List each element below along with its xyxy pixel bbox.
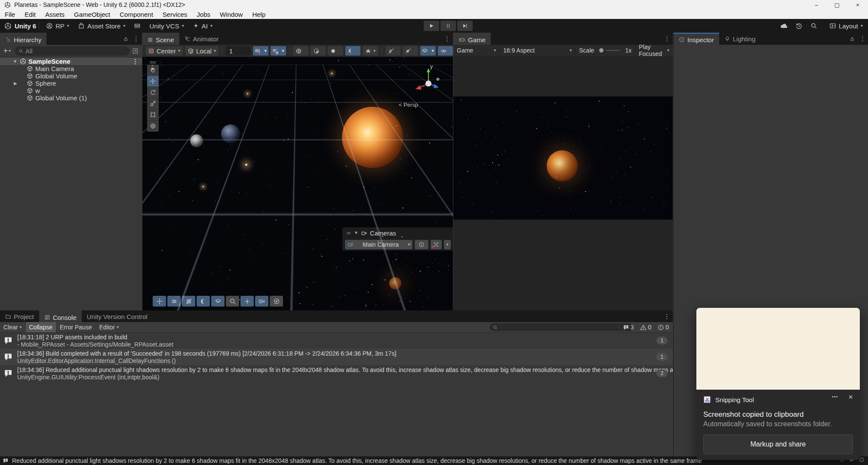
- menu-window[interactable]: Window: [215, 9, 247, 19]
- display-dropdown[interactable]: Game▾: [453, 45, 500, 56]
- add-object-button[interactable]: +▾: [0, 46, 12, 55]
- tab-unity-version-control[interactable]: Unity Version Control: [82, 310, 153, 322]
- menu-help[interactable]: Help: [247, 9, 270, 19]
- move-tool-button[interactable]: [147, 76, 159, 87]
- info-count-toggle[interactable]: 3: [619, 322, 637, 332]
- close-button[interactable]: ×: [847, 0, 868, 9]
- menu-edit[interactable]: Edit: [20, 9, 40, 19]
- tab-lighting[interactable]: Lighting: [719, 33, 761, 45]
- unity-version-badge[interactable]: Unity 6: [0, 22, 36, 30]
- maximize-button[interactable]: ▢: [827, 0, 847, 9]
- minimize-button[interactable]: –: [806, 0, 827, 9]
- layout-dropdown[interactable]: Layout▾: [825, 21, 865, 31]
- editor-dropdown[interactable]: Editor▾: [96, 322, 123, 332]
- lighting-toggle-button[interactable]: [311, 46, 326, 56]
- tree-item-w[interactable]: w: [0, 87, 142, 94]
- notification-more-icon[interactable]: •••: [832, 394, 838, 400]
- kebab-menu-icon[interactable]: ⋮: [132, 58, 139, 65]
- grid-toggle-button[interactable]: [182, 296, 195, 307]
- history-icon[interactable]: [795, 22, 803, 30]
- error-pause-toggle[interactable]: Error Pause: [56, 322, 96, 332]
- planet-navy[interactable]: [221, 124, 240, 143]
- screenshot-preview[interactable]: [696, 308, 860, 390]
- camera-info-button[interactable]: [415, 240, 428, 249]
- kebab-menu-icon[interactable]: ⋮: [664, 35, 670, 43]
- warning-count-toggle[interactable]: 0: [637, 322, 654, 332]
- overlay-drag-handle[interactable]: [147, 60, 159, 65]
- tray-button[interactable]: [129, 21, 145, 31]
- cloud-icon[interactable]: [780, 22, 788, 30]
- kebab-menu-icon[interactable]: ⋮: [133, 35, 139, 43]
- skybox-toggle-button[interactable]: [345, 46, 360, 56]
- tab-console[interactable]: Console: [39, 310, 82, 323]
- tool-handle-dropdown[interactable]: Center▾: [145, 46, 183, 56]
- visibility-dropdown[interactable]: ▾: [420, 46, 436, 56]
- console-log-row[interactable]: [18:31:18] 2 URP assets included in buil…: [0, 332, 673, 349]
- tab-scene[interactable]: Scene: [142, 33, 179, 46]
- transform-tool-button[interactable]: [147, 121, 159, 132]
- expand-arrow-icon[interactable]: ▶: [14, 81, 17, 86]
- tab-inspector[interactable]: Inspector: [674, 33, 719, 46]
- scale-slider[interactable]: Scale 1x: [576, 45, 635, 56]
- console-search-input[interactable]: [489, 323, 633, 331]
- menu-assets[interactable]: Assets: [40, 9, 69, 19]
- orientation-gizmo[interactable]: y: [411, 64, 446, 100]
- aspect-ratio-dropdown[interactable]: 16:9 Aspect▾: [500, 45, 576, 56]
- error-count-toggle[interactable]: 0: [654, 322, 672, 332]
- camera-select-dropdown[interactable]: Main Camera ▾: [345, 240, 412, 249]
- play-focused-dropdown[interactable]: Play Focused▾: [635, 45, 673, 56]
- scene-visibility-button[interactable]: [438, 46, 453, 56]
- scene-viewport[interactable]: y < Persp ▼ Cameras: [142, 57, 453, 310]
- skybox-button[interactable]: [197, 296, 210, 307]
- shading-mode-button[interactable]: [293, 46, 308, 56]
- scale-tool-button[interactable]: [147, 98, 159, 109]
- expand-arrow-icon[interactable]: ▼: [13, 59, 17, 64]
- shadows-toggle-button[interactable]: [328, 46, 343, 56]
- asset-store-dropdown[interactable]: Asset Store▾: [74, 21, 130, 31]
- search-icon[interactable]: [810, 22, 817, 29]
- render-pipeline-dropdown[interactable]: RP▾: [42, 21, 74, 31]
- move-gizmos-button[interactable]: [153, 296, 166, 307]
- ai-dropdown[interactable]: AI▾: [188, 21, 217, 31]
- console-log-row[interactable]: [18:34:36] Build completed with a result…: [0, 349, 673, 365]
- scale-knob[interactable]: [599, 48, 603, 53]
- scene-effects-dropdown[interactable]: ▾: [363, 46, 378, 56]
- tree-item-global-volume[interactable]: Global Volume: [0, 72, 142, 80]
- kebab-menu-icon[interactable]: ⋮: [664, 313, 670, 320]
- planet-orange[interactable]: [342, 107, 403, 168]
- search-overlay-button[interactable]: [226, 296, 239, 307]
- rotate-tool-button[interactable]: [147, 87, 159, 98]
- collapse-arrow-icon[interactable]: ▼: [354, 231, 358, 235]
- overlay-settings-button[interactable]: [167, 296, 181, 307]
- overlay-drag-handle[interactable]: [346, 230, 351, 236]
- kebab-menu-icon[interactable]: ⋮: [444, 35, 450, 43]
- menu-gameobject[interactable]: GameObject: [69, 9, 115, 19]
- tab-animator[interactable]: Animator: [179, 33, 224, 45]
- menu-services[interactable]: Services: [158, 9, 192, 19]
- center-view-button[interactable]: [240, 296, 254, 307]
- tree-item-samplescene[interactable]: ▼SampleScene⋮: [0, 58, 142, 65]
- menu-component[interactable]: Component: [115, 9, 158, 19]
- 2d-toggle-button[interactable]: [385, 46, 400, 56]
- hand-tool-button[interactable]: [147, 65, 159, 76]
- tab-project[interactable]: Project: [0, 310, 39, 322]
- step-button[interactable]: [457, 21, 473, 31]
- scene-picker-icon[interactable]: [132, 48, 139, 54]
- planet-gray[interactable]: [190, 134, 203, 147]
- pause-button[interactable]: [440, 21, 456, 31]
- tab-game[interactable]: Game: [453, 33, 491, 46]
- perspective-label[interactable]: < Persp: [399, 102, 418, 108]
- tree-item-sphere[interactable]: ▶Sphere: [0, 80, 142, 87]
- grid-size-field[interactable]: 1: [226, 46, 251, 56]
- handle-orientation-dropdown[interactable]: Local▾: [185, 46, 219, 56]
- tab-hierarchy[interactable]: Hierarchy: [0, 33, 46, 46]
- audio-toggle-button[interactable]: [403, 46, 418, 56]
- menu-file[interactable]: File: [0, 9, 20, 19]
- tree-item-main-camera[interactable]: Main Camera: [0, 65, 142, 72]
- tree-item-global-volume-1-[interactable]: Global Volume (1): [0, 94, 142, 102]
- menu-jobs[interactable]: Jobs: [192, 9, 215, 19]
- kebab-menu-icon[interactable]: ⋮: [859, 35, 866, 43]
- hierarchy-search-input[interactable]: All: [15, 46, 129, 56]
- play-button[interactable]: [424, 21, 439, 31]
- clear-button[interactable]: Clear▾: [0, 322, 26, 332]
